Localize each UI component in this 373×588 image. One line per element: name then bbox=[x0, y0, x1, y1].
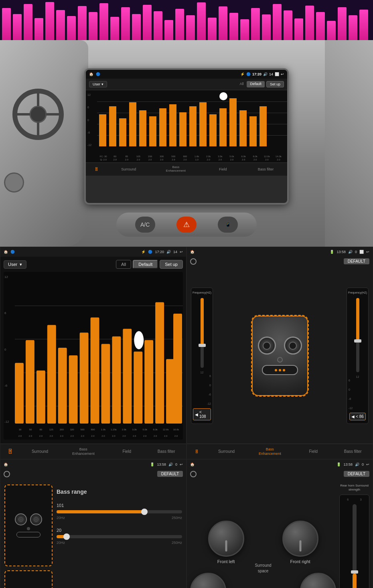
slider1-track[interactable] bbox=[57, 510, 182, 513]
svg-rect-65 bbox=[91, 317, 99, 424]
panel3-charge: 🔋 bbox=[150, 462, 154, 466]
svg-rect-70 bbox=[144, 340, 153, 424]
panel3-speaker-left bbox=[4, 485, 53, 588]
screenshots-grid: 🏠 🔵 ⚡ 🔵 17:20 🔊 14 ↩ User ▾ All bbox=[0, 247, 373, 588]
panel4-status-right: 🔋 13:58 🔊 0 ↩ bbox=[337, 462, 369, 466]
all-btn[interactable]: All bbox=[116, 260, 131, 269]
svg-rect-64 bbox=[80, 333, 89, 424]
tab-field[interactable]: Field bbox=[107, 449, 147, 454]
freq-value-right: ◀< 86 bbox=[349, 413, 366, 420]
panel-bass-enhancement: 🏠 🔋 13:58 🔊 0 ⬜ ↩ DEFAULT Frequency(HZ) bbox=[186, 247, 373, 459]
eq-yaxis: 12 6 0 -6 -12 bbox=[4, 275, 9, 424]
knobs-grid: Front left Front right Rear left bbox=[190, 484, 336, 588]
front-right-label: Front right bbox=[290, 559, 310, 564]
panel2-charge: 🔋 bbox=[330, 250, 334, 254]
panel4-status-bar: 🏠 🔋 13:58 🔊 0 ↩ bbox=[187, 460, 373, 469]
radio-btn bbox=[190, 258, 197, 265]
svg-rect-56 bbox=[259, 106, 267, 146]
panel2-status-bar: 🏠 🔋 13:58 🔊 0 ⬜ ↩ bbox=[187, 247, 373, 257]
panel1-tabs: 🎚 Surround BassEnhancement Field Bass fi… bbox=[0, 444, 186, 459]
panel3-back: ↩ bbox=[180, 462, 183, 466]
dropdown-chevron: ▾ bbox=[20, 262, 22, 267]
svg-rect-51 bbox=[209, 114, 217, 146]
car-hero-section: 🏠🔵 ⚡🔵17:20🔊14⬜↩ User ▾ All Default Set u… bbox=[0, 0, 373, 247]
panel4-battery: 0 bbox=[362, 462, 364, 466]
q-labels-row: 2.0 2.0 2.0 2.0 2.0 2.0 2.0 2.0 2.0 2.0 … bbox=[15, 435, 181, 437]
svg-rect-61 bbox=[47, 325, 56, 424]
svg-point-57 bbox=[219, 92, 227, 100]
panel1-back: ↩ bbox=[180, 250, 183, 254]
bluetooth-icon: 🔵 bbox=[10, 250, 15, 254]
freq-label-left: Frequency(HZ) bbox=[193, 291, 211, 294]
panel3-content: Bass range 101 20Hz 250Hz 20 bbox=[0, 481, 186, 588]
setup-btn[interactable]: Set up bbox=[160, 260, 183, 269]
panel1-battery: 14 bbox=[173, 250, 177, 254]
front-left-label: Front left bbox=[217, 559, 235, 564]
svg-rect-41 bbox=[109, 106, 116, 146]
panel4-radio bbox=[190, 471, 197, 477]
panel2-tab-filter[interactable]: Bass filter bbox=[333, 449, 373, 454]
tab-bass-filter[interactable]: Bass filter bbox=[147, 449, 186, 454]
slider2-wrap: 20 20Hz 250Hz bbox=[57, 528, 182, 545]
panel2-tab-icon[interactable]: 🎚 bbox=[187, 449, 207, 454]
panel2-battery: 0 bbox=[355, 250, 357, 254]
svg-rect-54 bbox=[239, 110, 247, 146]
freq-slider-left: Frequency(HZ) 12 60-6-12 ◀< 108 bbox=[191, 288, 213, 424]
panel4-home: 🏠 bbox=[190, 462, 195, 466]
svg-rect-59 bbox=[26, 340, 34, 424]
svg-rect-48 bbox=[179, 112, 186, 146]
panel3-radio bbox=[4, 471, 10, 477]
freq-labels-row: 30 50 80 125 200 320 500 800 1.0k 1.25k … bbox=[15, 428, 181, 431]
svg-rect-53 bbox=[229, 98, 237, 146]
panel-surround: 🏠 🔋 13:58 🔊 0 ↩ DEFAULT Fro bbox=[186, 459, 373, 588]
right-slider-panel: Rear horn Surround strength 63 -6-9 bbox=[339, 484, 369, 588]
panel3-status-left: 🏠 bbox=[4, 462, 8, 466]
panel3-bass-controls: Bass range 101 20Hz 250Hz 20 bbox=[57, 485, 182, 588]
svg-rect-67 bbox=[112, 337, 121, 424]
panel2-home: 🏠 bbox=[190, 250, 195, 254]
default-btn[interactable]: Default bbox=[133, 260, 158, 269]
svg-rect-60 bbox=[36, 371, 45, 424]
svg-rect-71 bbox=[155, 302, 164, 424]
slider2-track[interactable] bbox=[57, 535, 182, 538]
slider2-value: 20 bbox=[57, 528, 182, 533]
svg-rect-43 bbox=[129, 102, 136, 146]
svg-rect-50 bbox=[199, 102, 207, 146]
svg-rect-49 bbox=[189, 106, 197, 146]
panel3-status-bar: 🏠 🔋 13:58 🔊 0 ↩ bbox=[0, 460, 186, 469]
panel1-time: 17:20 bbox=[155, 250, 164, 254]
panel1-vol: 🔊 bbox=[166, 250, 171, 254]
svg-rect-46 bbox=[159, 108, 166, 146]
slider1-min: 20Hz bbox=[57, 516, 65, 520]
steering-wheel bbox=[12, 88, 64, 140]
panel4-charge: 🔋 bbox=[337, 462, 341, 466]
svg-point-35 bbox=[30, 106, 46, 122]
panel4-vol: 🔊 bbox=[355, 462, 359, 466]
tab-surround[interactable]: Surround bbox=[20, 449, 60, 454]
ac-controls: A/C ⚠ 📱 bbox=[116, 213, 257, 237]
slider1-wrap: 101 20Hz 250Hz bbox=[57, 503, 182, 520]
panel4-time: 13:58 bbox=[343, 462, 353, 466]
tab-eq-icon[interactable]: 🎚 bbox=[0, 448, 20, 455]
panel2-tab-field[interactable]: Field bbox=[294, 449, 333, 454]
knob-rear-left: Rear left bbox=[190, 570, 262, 588]
tab-bass-enhancement[interactable]: BassEnhancement bbox=[60, 447, 107, 456]
panel3-battery: 0 bbox=[175, 462, 177, 466]
user-label: User bbox=[8, 262, 17, 267]
panel1-top-row: User ▾ All Default Set up bbox=[4, 260, 183, 269]
vertical-slider-track[interactable] bbox=[353, 504, 357, 588]
svg-rect-66 bbox=[101, 344, 110, 424]
user-dropdown[interactable]: User ▾ bbox=[4, 260, 26, 269]
panel2-back: ↩ bbox=[366, 250, 369, 254]
panel2-tab-surround[interactable]: Surround bbox=[207, 449, 246, 454]
panel2-tab-bass[interactable]: BassEnhancement bbox=[246, 447, 294, 456]
head-unit-main: 🏠🔵 ⚡🔵17:20🔊14⬜↩ User ▾ All Default Set u… bbox=[84, 68, 289, 205]
panel1-status-right: ⚡ 🔵 17:20 🔊 14 ↩ bbox=[141, 250, 183, 254]
panel2-status-left: 🏠 bbox=[190, 250, 195, 254]
panel3-vol: 🔊 bbox=[168, 462, 173, 466]
panel1-bt: ⚡ bbox=[141, 250, 146, 254]
panel3-default-badge: DEFAULT bbox=[157, 471, 183, 477]
car-interior-left bbox=[0, 40, 88, 247]
svg-rect-45 bbox=[149, 116, 156, 146]
rear-horn-label: Rear horn Surround strength bbox=[339, 484, 369, 492]
